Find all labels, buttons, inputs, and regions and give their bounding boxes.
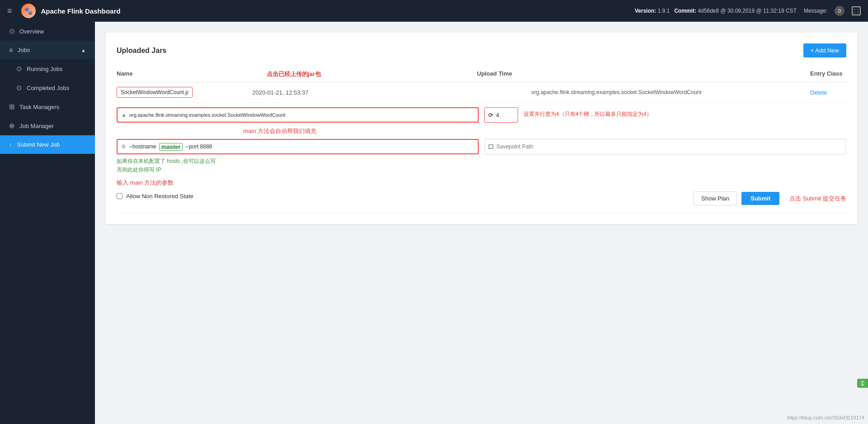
parallelism-wrap: ⟳ bbox=[484, 107, 518, 123]
allow-non-restored-checkbox[interactable] bbox=[117, 193, 123, 199]
version-label: Version: bbox=[635, 8, 656, 14]
parallelism-icon: ⟳ bbox=[488, 112, 493, 119]
annotation-click-jar: 点击已经上传的jar包 bbox=[267, 70, 321, 78]
annotation-hostname2: 否则此处你得写 IP bbox=[117, 167, 161, 173]
task-managers-icon: ⊞ bbox=[9, 103, 15, 111]
entry-class-wrap: ▲ bbox=[117, 107, 479, 123]
sidebar-item-job-manager[interactable]: ⊕ Job Manager bbox=[0, 116, 95, 135]
sidebar-jobs-label: Jobs bbox=[18, 47, 30, 53]
submit-job-icon: ↑ bbox=[9, 141, 13, 148]
config-row-args: ⚙ --hostname master --port 8888 如果你在本机配置… bbox=[117, 139, 846, 174]
annotation-input-args: 输入 main 方法的参数 bbox=[117, 179, 174, 186]
app-logo: 🐾 bbox=[21, 4, 36, 18]
sidebar-running-jobs-label: Running Jobs bbox=[27, 66, 63, 72]
commit-value: 4d56de8 @ 30.09.2019 @ 11:32:19 CST bbox=[698, 8, 797, 14]
message-label: Message: bbox=[804, 8, 827, 14]
app-title: Apache Flink Dashboard bbox=[41, 7, 121, 15]
savepoint-wrap: ☐ bbox=[484, 139, 846, 154]
annotation-main-auto: main 方法会自动帮我们填充 bbox=[243, 127, 316, 135]
savepoint-input[interactable] bbox=[496, 143, 842, 150]
config-row-entry-class: ▲ ⟳ 设置并行度为4（只有4个槽，所以最多只能指定为4） bbox=[117, 107, 846, 123]
commit-label: Commit: bbox=[674, 8, 696, 14]
action-row: Show Plan Submit 点击 Submit 提交任务 bbox=[693, 191, 846, 205]
entry-class-input[interactable] bbox=[129, 112, 474, 118]
sidebar-task-managers-label: Task Managers bbox=[19, 104, 59, 110]
entry-class-icon: ▲ bbox=[121, 112, 127, 118]
col-entry-class-header: Entry Class bbox=[810, 70, 846, 78]
uploaded-jars-card: Uploaded Jars + Add New Name | 点击已经上传的ja… bbox=[106, 33, 857, 224]
sidebar-item-running-jobs[interactable]: ⊙ Running Jobs bbox=[0, 59, 95, 78]
sidebar-section-jobs[interactable]: ≡ Jobs ▲ bbox=[0, 41, 95, 59]
savepoint-icon: ☐ bbox=[488, 143, 494, 150]
sidebar-item-overview[interactable]: ⊙ Overview bbox=[0, 22, 95, 41]
jar-row: 2020-01-21, 12:53:37 org.apache.flink.st… bbox=[117, 82, 846, 213]
args-icon: ⚙ bbox=[121, 143, 126, 150]
hamburger-icon[interactable]: ≡ bbox=[7, 6, 12, 16]
jar-name-cell bbox=[117, 87, 252, 98]
layout: ⊙ Overview ≡ Jobs ▲ ⊙ Running Jobs ⊙ Com… bbox=[0, 22, 868, 424]
jobs-chevron: ▲ bbox=[81, 48, 86, 53]
col-upload-time-header: Upload Time bbox=[477, 70, 810, 78]
running-jobs-icon: ⊙ bbox=[16, 65, 22, 73]
message-badge[interactable]: 0 bbox=[835, 6, 844, 16]
float-badge: 64 bbox=[857, 379, 868, 388]
jar-name-input[interactable] bbox=[117, 87, 193, 98]
sidebar-item-completed-jobs[interactable]: ⊙ Completed Jobs bbox=[0, 78, 95, 97]
parallelism-input[interactable] bbox=[496, 112, 514, 119]
allow-non-restored-label: Allow Non Restored State bbox=[126, 193, 193, 200]
sidebar: ⊙ Overview ≡ Jobs ▲ ⊙ Running Jobs ⊙ Com… bbox=[0, 22, 95, 424]
annotation-submit: 点击 Submit 提交任务 bbox=[789, 195, 846, 203]
version-info: Version: 1.9.1 Commit: 4d56de8 @ 30.09.2… bbox=[635, 8, 797, 14]
page-title: Uploaded Jars bbox=[117, 47, 166, 55]
navbar: ≡ 🐾 Apache Flink Dashboard Version: 1.9.… bbox=[0, 0, 868, 22]
job-manager-icon: ⊕ bbox=[9, 122, 15, 130]
annotation-parallelism: 设置并行度为4（只有4个槽，所以最多只能指定为4） bbox=[524, 110, 652, 118]
show-plan-button[interactable]: Show Plan bbox=[693, 191, 737, 205]
jar-config: ▲ ⟳ 设置并行度为4（只有4个槽，所以最多只能指定为4） bbox=[117, 102, 846, 213]
annotation-hostname: 如果你在本机配置了 hosts ,你可以这么写 bbox=[117, 157, 216, 166]
overview-icon: ⊙ bbox=[9, 27, 15, 35]
card-header: Uploaded Jars + Add New bbox=[117, 43, 846, 57]
completed-jobs-icon: ⊙ bbox=[16, 84, 22, 92]
sidebar-submit-new-job-label: Submit New Job bbox=[17, 141, 60, 148]
sidebar-completed-jobs-label: Completed Jobs bbox=[27, 85, 69, 91]
add-new-button[interactable]: + Add New bbox=[803, 43, 846, 57]
navbar-left: ≡ 🐾 Apache Flink Dashboard bbox=[7, 4, 120, 18]
jar-upload-time: 2020-01-21, 12:53:37 bbox=[252, 89, 531, 96]
jar-entry-class: org.apache.flink.streaming.examples.sock… bbox=[531, 89, 810, 95]
watermark: https://blog.csdn.net/2b3xf3110174 bbox=[787, 415, 864, 420]
args-annotation-input: ☐ bbox=[484, 139, 846, 174]
col-name-header: Name bbox=[117, 70, 252, 78]
main-content: Uploaded Jars + Add New Name | 点击已经上传的ja… bbox=[95, 22, 868, 424]
jobs-icon: ≡ bbox=[9, 46, 13, 54]
screen-icon[interactable]: ⛶ bbox=[852, 6, 861, 15]
table-header: Name | 点击已经上传的jar包 Upload Time Entry Cla… bbox=[117, 67, 846, 82]
sidebar-overview-label: Overview bbox=[19, 28, 44, 35]
navbar-right: Version: 1.9.1 Commit: 4d56de8 @ 30.09.2… bbox=[635, 6, 861, 16]
hostname-value: master bbox=[159, 143, 183, 151]
version-value: 1.9.1 bbox=[658, 8, 670, 14]
sidebar-job-manager-label: Job Manager bbox=[19, 123, 54, 129]
message-count: 0 bbox=[838, 8, 841, 14]
allow-non-restored-row: Allow Non Restored State bbox=[117, 193, 193, 200]
delete-link[interactable]: Delete bbox=[810, 89, 846, 96]
args-wrap: ⚙ --hostname master --port 8888 bbox=[117, 139, 479, 154]
jar-row-main: 2020-01-21, 12:53:37 org.apache.flink.st… bbox=[117, 82, 846, 102]
sidebar-item-task-managers[interactable]: ⊞ Task Managers bbox=[0, 97, 95, 116]
sidebar-item-submit-new-job[interactable]: ↑ Submit New Job bbox=[0, 135, 95, 154]
args-row-container: ⚙ --hostname master --port 8888 如果你在本机配置… bbox=[117, 139, 479, 174]
submit-button[interactable]: Submit bbox=[741, 192, 779, 205]
